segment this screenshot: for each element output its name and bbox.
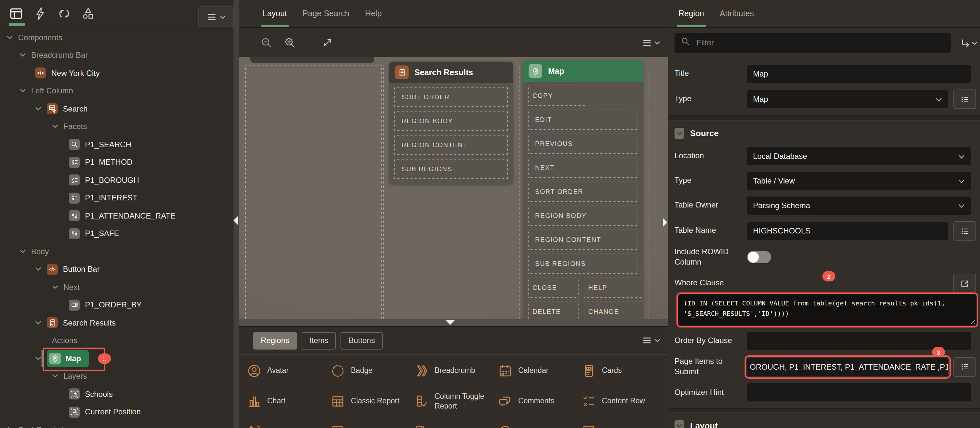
shared-components-icon[interactable] xyxy=(80,5,96,21)
section-collapse-icon[interactable] xyxy=(675,420,684,428)
left-column-region-outline[interactable] xyxy=(245,65,382,319)
gallery-tab-regions[interactable]: Regions xyxy=(253,332,297,349)
tree-item-post-rendering[interactable]: Post-Rendering xyxy=(0,421,234,428)
select-chevron-icon[interactable] xyxy=(958,153,965,160)
section-collapse-icon[interactable] xyxy=(675,128,684,139)
tab-region[interactable]: Region xyxy=(671,0,712,27)
layout-menu-button[interactable] xyxy=(642,38,660,48)
tree-item-p1-borough[interactable]: P1_BOROUGH xyxy=(0,171,234,189)
tab-layout[interactable]: Layout xyxy=(255,0,295,27)
collapse-left-panel-icon[interactable] xyxy=(234,216,238,225)
gallery-item-interactive-grid[interactable]: Interactive Grid xyxy=(582,425,665,428)
collapse-gallery-icon[interactable] xyxy=(445,320,455,325)
field-type[interactable]: Map xyxy=(747,90,948,108)
list-of-values-button[interactable] xyxy=(953,221,976,240)
tree-item-next[interactable]: Next xyxy=(0,278,234,296)
chevron-down-icon[interactable] xyxy=(52,124,58,130)
slot-copy[interactable]: COPY xyxy=(528,86,586,106)
tree-item-breadcrumb-bar[interactable]: Breadcrumb Bar xyxy=(0,46,234,64)
tree-menu-button[interactable] xyxy=(199,6,234,27)
left-splitter[interactable] xyxy=(234,0,239,428)
go-to-group-button[interactable] xyxy=(960,38,977,48)
gallery-menu-button[interactable] xyxy=(642,336,660,345)
slot-change[interactable]: CHANGE xyxy=(584,302,643,319)
gallery-item-form[interactable]: Form xyxy=(414,425,498,428)
tab-help[interactable]: Help xyxy=(357,0,390,27)
list-of-values-button[interactable] xyxy=(953,357,976,377)
chevron-down-icon[interactable] xyxy=(35,106,41,112)
slot-region-content[interactable]: REGION CONTENT xyxy=(528,229,638,250)
zoom-in-icon[interactable] xyxy=(284,37,296,49)
slot-region-body[interactable]: REGION BODY xyxy=(528,205,638,226)
region-header-search-results[interactable]: Search Results xyxy=(389,62,513,83)
slot-region-content[interactable]: REGION CONTENT xyxy=(395,135,508,155)
selected-node-pill[interactable]: Map xyxy=(47,350,89,367)
select-chevron-icon[interactable] xyxy=(935,95,942,103)
list-of-values-button[interactable] xyxy=(953,89,976,109)
slot-previous[interactable]: PREVIOUS xyxy=(528,134,638,154)
resize-handle-icon[interactable] xyxy=(969,318,975,324)
field-optimizer-hint[interactable] xyxy=(747,383,971,402)
gallery-splitter[interactable] xyxy=(239,319,668,326)
slot-region-body[interactable]: REGION BODY xyxy=(395,111,508,131)
tree-item-p1-method[interactable]: P1_METHOD xyxy=(0,153,234,171)
slot-sort-order[interactable]: SORT ORDER xyxy=(395,87,508,107)
tree-item-actions[interactable]: Actions xyxy=(0,332,234,350)
field-type[interactable]: Table / View xyxy=(747,172,971,190)
tree-item-p1-attendance-rate[interactable]: P1_ATTENDANCE_RATE xyxy=(0,207,234,225)
zoom-out-icon[interactable] xyxy=(261,37,273,49)
tree-item-map[interactable]: Map1 xyxy=(0,350,234,368)
where-clause-editor[interactable]: (ID IN (SELECT COLUMN_VALUE from table(g… xyxy=(678,294,976,326)
chevron-down-icon[interactable] xyxy=(19,248,26,255)
select-chevron-icon[interactable] xyxy=(958,177,965,185)
tree-item-button-bar[interactable]: </>Button Bar xyxy=(0,260,234,278)
gallery-tab-items[interactable]: Items xyxy=(302,332,336,349)
gallery-item-chart[interactable]: Chart xyxy=(247,394,331,408)
tree-item-schools[interactable]: Schools xyxy=(0,385,234,403)
tab-attributes[interactable]: Attributes xyxy=(712,0,762,27)
tab-page-search[interactable]: Page Search xyxy=(295,0,357,27)
region-header-map[interactable]: Map xyxy=(523,60,643,82)
gallery-item-faceted-search[interactable]: Faceted Search xyxy=(331,425,414,428)
tree-item-layers[interactable]: Layers xyxy=(0,368,234,385)
field-table-owner[interactable]: Parsing Schema xyxy=(747,196,971,215)
field-location[interactable]: Local Database xyxy=(747,147,971,165)
gallery-item-comments[interactable]: Comments xyxy=(498,394,582,408)
code-editor-button[interactable] xyxy=(953,274,976,293)
chevron-down-icon[interactable] xyxy=(35,266,41,273)
tree-item-p1-search[interactable]: P1_SEARCH xyxy=(0,135,234,153)
gallery-item-help-text[interactable]: Help Text xyxy=(498,425,582,428)
chevron-down-icon[interactable] xyxy=(52,284,58,291)
chevron-down-icon[interactable] xyxy=(52,373,58,380)
chevron-down-icon[interactable] xyxy=(35,355,41,362)
gallery-tab-buttons[interactable]: Buttons xyxy=(341,332,383,349)
field-page-items-to-submit[interactable]: OROUGH, P1_INTEREST, P1_ATTENDANCE_RATE … xyxy=(747,358,948,376)
slot-next[interactable]: NEXT xyxy=(528,158,638,178)
slot-close[interactable]: CLOSE xyxy=(528,278,579,298)
gallery-item-avatar[interactable]: Avatar xyxy=(247,363,331,378)
tree-item-components[interactable]: Components xyxy=(0,29,234,46)
tree-item-new-york-city[interactable]: </>New York City xyxy=(0,64,234,82)
tree-item-p1-order-by[interactable]: P1_ORDER_BY xyxy=(0,296,234,314)
gallery-item-dynamic-content[interactable]: Dynamic Content xyxy=(247,425,331,428)
slot-sub-regions[interactable]: SUB REGIONS xyxy=(395,159,508,179)
field-title[interactable]: Map xyxy=(747,65,971,83)
page-designer-icon[interactable] xyxy=(8,5,24,21)
tree-item-p1-interest[interactable]: P1_INTEREST xyxy=(0,189,234,207)
slot-sort-order[interactable]: SORT ORDER xyxy=(528,181,638,202)
dynamic-actions-icon[interactable] xyxy=(32,5,48,21)
slot-help[interactable]: HELP xyxy=(584,278,643,298)
tree-item-search-results[interactable]: Search Results xyxy=(0,314,234,332)
chevron-down-icon[interactable] xyxy=(19,88,26,94)
region-search-results[interactable]: Search ResultsSORT ORDERREGION BODYREGIO… xyxy=(389,62,513,184)
tree-item-body[interactable]: Body xyxy=(0,243,234,260)
processing-icon[interactable] xyxy=(56,5,72,21)
gallery-item-breadcrumb[interactable]: Breadcrumb xyxy=(414,363,498,378)
gallery-item-calendar[interactable]: Calendar xyxy=(498,363,582,378)
tree-item-facets[interactable]: Facets xyxy=(0,118,234,135)
chevron-down-icon[interactable] xyxy=(6,34,13,41)
slot-sub-regions[interactable]: SUB REGIONS xyxy=(528,253,638,274)
tree-item-p1-safe[interactable]: P1_SAFE xyxy=(0,225,234,243)
tree-item-current-position[interactable]: Current Position xyxy=(0,403,234,421)
chevron-down-icon[interactable] xyxy=(19,52,26,59)
